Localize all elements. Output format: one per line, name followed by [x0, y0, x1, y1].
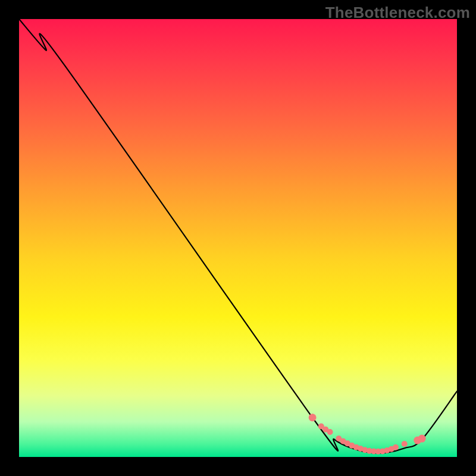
marker-dot	[393, 444, 399, 450]
highlight-markers	[309, 414, 426, 455]
curve-layer	[19, 19, 457, 457]
chart-frame: TheBottleneck.com	[0, 0, 476, 476]
marker-dot	[418, 435, 426, 443]
bottleneck-curve-path	[19, 19, 457, 453]
plot-area	[19, 19, 457, 457]
marker-dot	[327, 429, 333, 435]
marker-dot	[402, 441, 408, 447]
marker-dot	[309, 414, 317, 421]
